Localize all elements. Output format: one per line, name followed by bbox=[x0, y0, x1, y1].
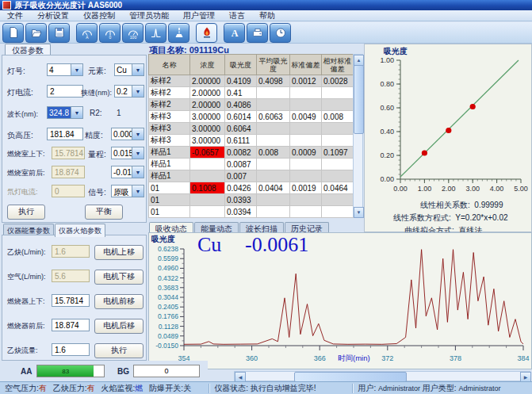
table-row[interactable]: 样品10.0087 bbox=[149, 159, 354, 170]
chamber-fb-input: 18.874 bbox=[52, 166, 85, 178]
table-row[interactable]: 标样22.000000.41 bbox=[149, 87, 354, 99]
menu-item-2[interactable]: 分析设置 bbox=[30, 10, 76, 22]
table-row[interactable]: 标样22.000000.4086 bbox=[149, 99, 354, 111]
menu-item-7[interactable]: 帮助 bbox=[252, 10, 282, 22]
lamp-current-label: 灯电流: bbox=[7, 87, 33, 98]
ignite-button[interactable] bbox=[196, 23, 217, 43]
scroll-up-icon[interactable]: ▲ bbox=[354, 55, 364, 66]
svg-text:0.4960: 0.4960 bbox=[158, 264, 178, 272]
burner-fb-input[interactable]: 18.874 bbox=[52, 319, 90, 331]
open-file-button[interactable] bbox=[25, 23, 47, 43]
flame-execute-button[interactable]: 执行 bbox=[94, 343, 144, 358]
column-header[interactable]: 名称 bbox=[149, 55, 190, 75]
table-row[interactable]: 010.0393 bbox=[149, 194, 354, 206]
balance-button[interactable]: 平衡 bbox=[85, 205, 123, 220]
svg-text:0.6238: 0.6238 bbox=[158, 245, 178, 253]
lamp-current-input[interactable]: 2 bbox=[47, 85, 83, 98]
table-row[interactable]: 样品10.007 bbox=[149, 170, 354, 182]
energy-gauge-button[interactable]: A bbox=[76, 23, 98, 43]
menu-item-6[interactable]: 语言 bbox=[222, 10, 252, 22]
correlation-line: 线性相关系数: 0.99999 bbox=[420, 200, 503, 211]
chevron-down-icon: ▼ bbox=[132, 86, 144, 97]
motor-back-button[interactable]: 电机后移 bbox=[94, 319, 144, 334]
flow-input[interactable]: 1.6 bbox=[52, 343, 90, 356]
table-row[interactable]: 010.10080.04260.04040.00190.0464 bbox=[149, 182, 354, 194]
table-row[interactable]: 标样33.000000.6111 bbox=[149, 135, 354, 147]
table-scroll-thumb[interactable] bbox=[354, 65, 364, 134]
instrument-params-box: 灯号: 4▼ 元素: Cu▼ 灯电流: 2 狭缝(nm): 0.2▼ 波长(nm… bbox=[2, 55, 147, 223]
range-select[interactable]: 0.0150▼ bbox=[111, 147, 144, 159]
table-row[interactable]: 标样22.000000.41090.40980.00120.0028 bbox=[149, 75, 354, 87]
table-row[interactable]: 标样33.000000.6064 bbox=[149, 123, 354, 135]
status-flag-label: 乙炔压力: bbox=[53, 384, 87, 392]
lamp-no-select[interactable]: 4▼ bbox=[47, 63, 83, 76]
scroll-down-icon[interactable]: ▼ bbox=[354, 207, 364, 218]
status-bar: 空气压力:有乙炔压力:有火焰监视:燃防爆开关:关 仪器状态: 执行自动增益完毕!… bbox=[0, 381, 532, 394]
svg-text:2.00: 2.00 bbox=[442, 185, 456, 193]
user-type-value: Administrator bbox=[458, 384, 500, 392]
signal-label: 信号: bbox=[88, 187, 106, 198]
status-flag-value: 燃 bbox=[135, 384, 143, 392]
tab-flame-params[interactable]: 仪器火焰参数 bbox=[55, 224, 105, 237]
flow-label: 乙炔流量: bbox=[7, 346, 38, 356]
aa-label: AA bbox=[21, 367, 32, 376]
chevron-down-icon: ▼ bbox=[71, 64, 82, 75]
auto-zero-button[interactable]: A bbox=[224, 23, 245, 43]
element-select[interactable]: Cu▼ bbox=[114, 63, 144, 76]
table-row[interactable]: 样品1-0.06570.00820.0080.00090.1097 bbox=[149, 147, 354, 159]
column-header[interactable]: 平均吸光度 bbox=[257, 55, 290, 75]
menu-item-4[interactable]: 管理员功能 bbox=[122, 10, 176, 22]
instrument-setup-button[interactable] bbox=[247, 23, 268, 43]
acetylene-input: 1.6 bbox=[52, 245, 90, 258]
status-flag-value: 有 bbox=[87, 384, 95, 392]
table-row[interactable]: 标样33.000000.60140.60630.00490.008 bbox=[149, 111, 354, 123]
precision-select[interactable]: 0.0000▼ bbox=[111, 128, 144, 140]
air-input: 5.6 bbox=[52, 270, 90, 282]
menu-item-1[interactable]: 文件 bbox=[0, 10, 30, 22]
motor-up-button[interactable]: 电机上移 bbox=[94, 245, 144, 260]
svg-text:0.5599: 0.5599 bbox=[158, 254, 178, 262]
chevron-down-icon: ▼ bbox=[71, 107, 82, 118]
r2-label: R2: bbox=[90, 109, 102, 117]
menu-item-5[interactable]: 用户管理 bbox=[176, 10, 222, 22]
table-row[interactable]: 010.0394 bbox=[149, 206, 354, 218]
burner-ud-input[interactable]: 15.7814 bbox=[52, 294, 90, 307]
hv-input[interactable]: 181.84 bbox=[47, 128, 83, 140]
user-type-label: 用户类型: bbox=[423, 383, 457, 394]
dynamics-scrollbar[interactable]: ◀ ▶ bbox=[234, 371, 530, 381]
save-button[interactable] bbox=[48, 23, 70, 43]
wavelength-scan-button[interactable] bbox=[145, 23, 166, 43]
open-folder-icon bbox=[30, 26, 43, 39]
toolbar: A 0 100 A bbox=[0, 22, 532, 44]
instrument-panel: 仪器参数 灯号: 4▼ 元素: Cu▼ 灯电流: 2 狭缝(nm): 0.2▼ … bbox=[2, 44, 147, 361]
column-header[interactable]: 吸光度 bbox=[225, 55, 257, 75]
chamber-ud-input: 15.7814 bbox=[52, 147, 85, 159]
full-scale-gauge-button[interactable]: 100 bbox=[122, 23, 144, 43]
motor-down-button[interactable]: 电机下移 bbox=[94, 270, 144, 285]
execute-button[interactable]: 执行 bbox=[7, 205, 45, 220]
new-file-button[interactable] bbox=[2, 23, 24, 43]
table-scrollbar[interactable]: ▲ ▼ bbox=[353, 54, 363, 217]
slit-select[interactable]: 0.2▼ bbox=[114, 85, 144, 98]
column-header[interactable]: 标准偏差 bbox=[290, 55, 322, 75]
wavelength-select[interactable]: 324.8▼ bbox=[47, 106, 83, 119]
flame-icon bbox=[201, 26, 213, 39]
svg-text:3.00: 3.00 bbox=[465, 185, 480, 193]
zero-gauge-button[interactable]: 0 bbox=[99, 23, 121, 43]
flame-params-box: 乙炔(L/min): 1.6 电机上移 空气(L/min): 5.6 电机下移 … bbox=[2, 235, 147, 361]
motor-forward-button[interactable]: 电机前移 bbox=[94, 294, 144, 309]
timer-button[interactable] bbox=[270, 23, 291, 43]
wavelength-peak-icon bbox=[150, 26, 163, 39]
menu-item-3[interactable]: 仪器控制 bbox=[76, 10, 122, 22]
column-header[interactable]: 相对标准偏差 bbox=[322, 55, 354, 75]
svg-text:1.00: 1.00 bbox=[380, 56, 394, 64]
bg-meter: 0 bbox=[133, 365, 200, 377]
results-table[interactable]: 名称浓度吸光度平均吸光度标准偏差相对标准偏差 标样22.000000.41090… bbox=[148, 54, 354, 218]
column-header[interactable]: 浓度 bbox=[190, 55, 225, 75]
signal-select[interactable]: 原吸▼ bbox=[111, 185, 144, 197]
svg-text:0.00: 0.00 bbox=[393, 185, 408, 193]
burner-button[interactable] bbox=[168, 23, 189, 43]
pressure-flags: 空气压力:有乙炔压力:有火焰监视:燃防爆开关:关 bbox=[5, 383, 197, 394]
svg-text:366: 366 bbox=[314, 354, 326, 362]
range2-select[interactable]: -0.0150▼ bbox=[111, 166, 144, 178]
